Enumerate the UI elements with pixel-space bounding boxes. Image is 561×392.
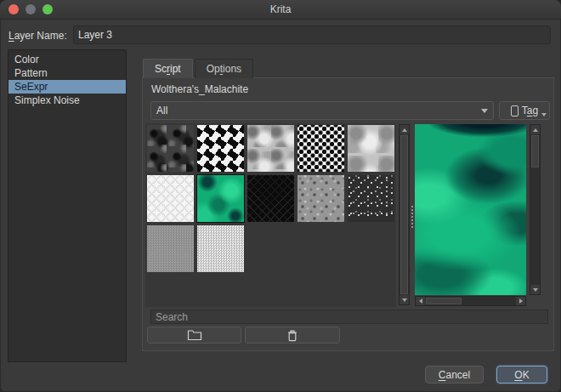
- tab-bar: Script Options: [143, 59, 255, 78]
- chevron-down-icon: [481, 109, 488, 113]
- scroll-left-icon[interactable]: [416, 297, 425, 305]
- layer-name-input[interactable]: [73, 26, 551, 44]
- preview-horizontal-scrollbar[interactable]: [415, 296, 526, 306]
- generator-category-list: Color Pattern SeExpr Simplex Noise: [8, 49, 127, 362]
- scroll-up-icon[interactable]: [400, 125, 409, 134]
- scroll-up-icon[interactable]: [530, 125, 540, 134]
- preview-vertical-scrollbar[interactable]: [530, 124, 541, 295]
- scroll-down-icon[interactable]: [400, 295, 409, 304]
- tab-options[interactable]: Options: [195, 59, 253, 78]
- traffic-lights: [8, 4, 53, 14]
- krita-dialog-window: Krita Layer Name: Color Pattern SeExpr S…: [0, 0, 561, 392]
- pattern-thumb-white-lattice[interactable]: [147, 175, 194, 222]
- layer-name-label: Layer Name:: [8, 30, 67, 42]
- pattern-thumb-soft-clouds[interactable]: [348, 125, 394, 172]
- pattern-thumb-light-dither[interactable]: [197, 225, 244, 272]
- category-item-seexpr[interactable]: SeExpr: [8, 80, 126, 94]
- tag-icon: [511, 105, 518, 116]
- pattern-thumb-bw-mosaic[interactable]: [197, 125, 244, 172]
- cancel-button[interactable]: Cancel: [425, 366, 484, 383]
- preview-vscrollbar-thumb[interactable]: [531, 135, 539, 168]
- window-title: Krita: [270, 3, 292, 15]
- pattern-thumb-malachite[interactable]: [197, 175, 244, 222]
- grid-scrollbar-thumb[interactable]: [400, 135, 408, 294]
- tag-button-label: Tag: [522, 105, 538, 116]
- pattern-thumb-dark-maze[interactable]: [247, 175, 294, 222]
- tag-filter-value: All: [156, 105, 167, 116]
- trash-icon: [286, 329, 298, 342]
- close-button[interactable]: [8, 4, 19, 14]
- category-item-color[interactable]: Color: [8, 53, 126, 66]
- scroll-right-icon[interactable]: [516, 297, 525, 305]
- pattern-thumb-halftone-dots[interactable]: [298, 125, 344, 172]
- pattern-thumb-gray-marble[interactable]: [247, 125, 294, 172]
- tag-dropdown-caret-icon: [541, 113, 547, 116]
- folder-icon: [187, 329, 202, 341]
- selected-resource-name: Wolthera's_Malachite: [151, 83, 248, 95]
- pattern-thumb-dark-grunge[interactable]: [147, 125, 194, 172]
- search-input[interactable]: [150, 310, 548, 324]
- splitter-handle[interactable]: [410, 206, 414, 235]
- tag-button[interactable]: Tag: [499, 101, 550, 120]
- ok-button[interactable]: OK: [496, 366, 547, 383]
- minimize-button[interactable]: [26, 4, 36, 14]
- scroll-down-icon[interactable]: [530, 285, 540, 294]
- category-item-pattern[interactable]: Pattern: [8, 66, 126, 80]
- zoom-button[interactable]: [42, 4, 53, 14]
- tab-script[interactable]: Script: [143, 59, 193, 78]
- title-bar[interactable]: Krita: [0, 0, 561, 20]
- pattern-thumbnail-grid: [145, 123, 396, 307]
- tag-filter-combobox[interactable]: All: [150, 101, 494, 120]
- script-tab-panel: Wolthera's_Malachite All Tag: [142, 77, 554, 351]
- pattern-thumb-gray-dither[interactable]: [147, 225, 194, 272]
- import-resource-button[interactable]: [147, 327, 241, 344]
- grid-vertical-scrollbar[interactable]: [399, 124, 410, 305]
- delete-resource-button[interactable]: [245, 327, 340, 344]
- preview-hscrollbar-thumb[interactable]: [426, 298, 462, 304]
- resource-preview-image: [415, 124, 526, 295]
- pattern-thumb-dark-speckle[interactable]: [348, 175, 394, 222]
- category-item-simplex-noise[interactable]: Simplex Noise: [8, 94, 126, 107]
- pattern-thumb-concrete-noise[interactable]: [298, 175, 344, 222]
